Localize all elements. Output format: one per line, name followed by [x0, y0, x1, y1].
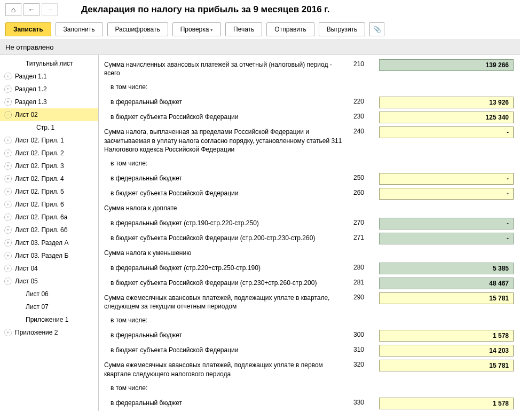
topbar: ⌂ ← → Декларация по налогу на прибыль за…: [0, 0, 520, 19]
tree-item-label: Лист 05: [15, 278, 38, 285]
row-code: 271: [353, 233, 379, 241]
form-row: в бюджет субъекта Российской Федерации26…: [101, 188, 514, 200]
row-code: 250: [353, 173, 379, 181]
tree-item[interactable]: +Лист 02. Прил. 6а: [0, 211, 98, 224]
tree-item[interactable]: +Лист 02. Прил. 5: [0, 185, 98, 198]
row-value[interactable]: 125 340: [379, 112, 514, 123]
print-button[interactable]: Печать: [225, 22, 262, 36]
tree-item[interactable]: +Раздел 1.1: [0, 70, 98, 83]
tree-item-label: Лист 02. Прил. 6: [15, 201, 64, 208]
row-label: Сумма начисленных авансовых платежей за …: [101, 59, 353, 78]
expand-icon[interactable]: +: [4, 213, 12, 221]
expand-icon[interactable]: +: [4, 188, 12, 195]
home-button[interactable]: ⌂: [5, 3, 21, 16]
row-code: 260: [353, 188, 379, 196]
decrypt-button[interactable]: Расшифровать: [107, 22, 168, 36]
expand-icon[interactable]: +: [4, 201, 12, 208]
page-title: Декларация по налогу на прибыль за 9 мес…: [81, 4, 329, 15]
row-value[interactable]: -: [379, 173, 514, 185]
tree-item[interactable]: +Приложение 2: [0, 326, 98, 339]
tree-item[interactable]: Титульный лист: [0, 57, 98, 70]
tree-item[interactable]: Стр. 1: [0, 121, 98, 134]
back-button[interactable]: ←: [23, 3, 40, 16]
row-value[interactable]: 15 781: [379, 292, 514, 304]
tree-item-label: Лист 02. Прил. 3: [15, 162, 64, 170]
row-code: 280: [353, 263, 379, 271]
tree-item[interactable]: +Лист 05: [0, 275, 98, 288]
tree-item[interactable]: +Лист 02. Прил. 6б: [0, 224, 98, 236]
tree-item[interactable]: Приложение 1: [0, 313, 98, 326]
attach-button[interactable]: 📎: [369, 22, 384, 36]
check-button[interactable]: Проверка: [172, 22, 221, 36]
tree-item[interactable]: +Раздел 1.3: [0, 96, 98, 108]
row-label: в федеральный бюджет: [101, 330, 353, 340]
tree-item[interactable]: +Лист 04: [0, 262, 98, 275]
tree-item[interactable]: +Лист 03. Раздел А: [0, 236, 98, 249]
tree-item[interactable]: +Лист 02. Прил. 2: [0, 147, 98, 160]
form-row: в федеральный бюджет (стр.190-стр.220-ст…: [101, 218, 514, 229]
form-row: в том числе:: [101, 82, 514, 93]
expand-icon[interactable]: +: [4, 226, 12, 234]
expand-icon[interactable]: +: [4, 329, 12, 336]
expand-icon[interactable]: +: [4, 149, 12, 157]
fill-button[interactable]: Заполнить: [56, 22, 103, 36]
expand-icon[interactable]: +: [4, 239, 12, 247]
row-value: 5 385: [379, 263, 514, 274]
expand-icon[interactable]: +: [4, 175, 12, 183]
tree-item-label: Раздел 1.3: [15, 98, 47, 106]
row-value[interactable]: 13 926: [379, 97, 514, 108]
row-code: 230: [353, 112, 379, 120]
form-row: в бюджет субъекта Российской Федерации23…: [101, 112, 514, 123]
expand-icon[interactable]: +: [4, 252, 12, 259]
form-row: в бюджет субъекта Российской Федерации31…: [101, 345, 514, 356]
row-value[interactable]: 15 781: [379, 360, 514, 371]
row-code: 300: [353, 330, 379, 338]
unload-button[interactable]: Выгрузить: [319, 22, 366, 36]
row-value[interactable]: 1 578: [379, 330, 514, 342]
form-row: в федеральный бюджет250-: [101, 173, 514, 185]
row-label: в бюджет субъекта Российской Федерации: [101, 345, 353, 355]
expand-icon[interactable]: +: [4, 278, 12, 285]
tree-item-label: Лист 06: [26, 290, 49, 298]
form-row: в том числе:: [101, 158, 514, 170]
row-label: в том числе:: [101, 82, 353, 92]
form-row: в федеральный бюджет3001 578: [101, 330, 514, 342]
expand-icon[interactable]: +: [4, 98, 12, 106]
tree-item[interactable]: Лист 07: [0, 300, 98, 313]
expand-icon: [15, 303, 22, 311]
row-code: 210: [353, 59, 379, 68]
main: Титульный лист+Раздел 1.1+Раздел 1.2+Раз…: [0, 55, 520, 411]
row-label: в бюджет субъекта Российской Федерации: [101, 112, 353, 122]
collapse-icon[interactable]: −: [4, 111, 12, 118]
row-code: 270: [353, 218, 379, 226]
row-value: -: [379, 218, 514, 229]
tree-item[interactable]: +Раздел 1.2: [0, 83, 98, 96]
form-row: в том числе:: [101, 315, 514, 327]
row-value[interactable]: -: [379, 126, 514, 138]
forward-button[interactable]: →: [42, 3, 58, 16]
send-button[interactable]: Отправить: [266, 22, 314, 36]
row-value[interactable]: 14 203: [379, 345, 514, 356]
tree-item-label: Лист 02: [15, 111, 38, 118]
row-code: 320: [353, 360, 379, 368]
expand-icon[interactable]: +: [4, 137, 12, 144]
row-code: 220: [353, 97, 379, 105]
row-label: Сумма налога, выплаченная за пределами Р…: [101, 126, 353, 155]
tree-item[interactable]: +Лист 02. Прил. 3: [0, 160, 98, 172]
expand-icon[interactable]: +: [4, 73, 12, 80]
tree-item[interactable]: +Лист 02. Прил. 6: [0, 198, 98, 211]
tree-item[interactable]: −Лист 02: [0, 108, 98, 121]
row-label: в том числе:: [101, 158, 353, 169]
form-row: в бюджет субъекта Российской Федерации (…: [101, 233, 514, 244]
tree-item[interactable]: +Лист 03. Раздел Б: [0, 249, 98, 262]
expand-icon[interactable]: +: [4, 85, 12, 93]
save-button[interactable]: Записать: [5, 22, 51, 36]
row-value[interactable]: -: [379, 188, 514, 200]
tree-item[interactable]: +Лист 02. Прил. 1: [0, 134, 98, 147]
tree-item[interactable]: +Лист 02. Прил. 4: [0, 172, 98, 185]
expand-icon[interactable]: +: [4, 162, 12, 170]
tree-item-label: Лист 02. Прил. 2: [15, 149, 64, 157]
tree-item[interactable]: Лист 06: [0, 288, 98, 300]
expand-icon[interactable]: +: [4, 265, 12, 272]
row-value[interactable]: 1 578: [379, 398, 514, 409]
